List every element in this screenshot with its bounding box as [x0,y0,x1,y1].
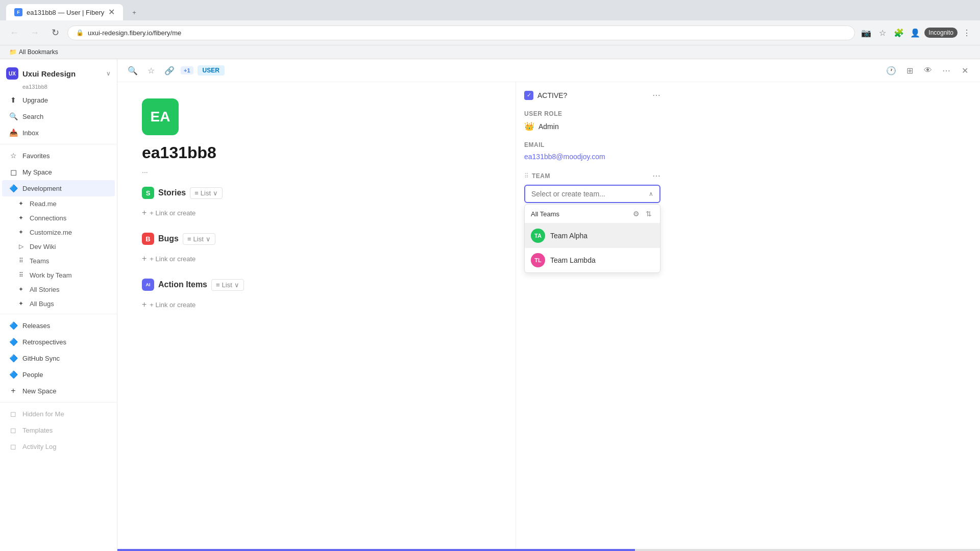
sidebar-item-templates[interactable]: ◻ Templates [2,422,115,438]
connections-icon: ✦ [16,213,26,222]
favorite-button[interactable]: ☆ [144,63,158,78]
role-value-container: 👑 Admin [524,121,660,131]
role-value: Admin [538,122,559,131]
sidebar-sub-all-bugs[interactable]: ✦ All Bugs [2,296,115,311]
menu-button[interactable]: ⋮ [960,26,974,40]
email-label: EMAIL [524,141,545,148]
sidebar-item-upgrade[interactable]: ⬆ Upgrade [2,92,115,108]
sidebar-sub-readme[interactable]: ✦ Read.me [2,196,115,211]
sidebar-label-customize: Customize.me [30,229,72,236]
crown-icon: 👑 [524,121,534,131]
sidebar-item-search[interactable]: 🔍 Search [2,108,115,124]
active-tab[interactable]: F ea131bb8 — User | Fibery ✕ [6,4,123,20]
action-items-list-button[interactable]: ≡ List ∨ [211,279,244,291]
address-bar[interactable]: 🔒 uxui-redesign.fibery.io/fibery/me [67,26,855,40]
team-option-lambda[interactable]: TL Team Lambda [525,248,660,272]
sidebar-item-github-sync[interactable]: 🔷 GitHub Sync [2,350,115,366]
action-items-section-icon: AI [142,279,154,291]
sidebar-item-releases[interactable]: 🔷 Releases [2,317,115,334]
sidebar-label-activity-log: Activity Log [22,443,109,450]
active-checkbox[interactable]: ✓ [524,91,533,100]
app-container: UX Uxui Redesign ∨ ea131bb8 ⬆ Upgrade 🔍 … [0,59,980,551]
stories-link-create[interactable]: + + Link or create [142,205,491,220]
history-button[interactable]: 🕐 [884,63,898,78]
team-dropdown-header: All Teams ⚙ ⇅ [525,205,660,223]
team-dropdown-actions: ⚙ ⇅ [631,209,654,219]
sidebar-item-activity-log[interactable]: ◻ Activity Log [2,438,115,455]
link-count-badge: +1 [181,66,193,74]
customize-icon: ✦ [16,228,26,237]
incognito-badge: Incognito [924,28,958,38]
team-search-input[interactable] [531,190,649,198]
extensions-button[interactable]: 🧩 [892,26,906,40]
team-lambda-avatar: TL [531,253,545,267]
team-field-more-button[interactable]: ⋯ [652,171,660,181]
team-field-header: ⠿ TEAM ⋯ [524,171,660,181]
new-tab-button[interactable]: + [124,5,144,20]
stories-header: S Stories ≡ List ∨ [142,187,491,199]
action-items-list-chevron: ∨ [234,281,239,289]
more-options-button[interactable]: ⋯ [939,63,953,78]
close-tab-button[interactable]: ✕ [108,8,115,16]
sidebar-item-new-space[interactable]: + New Space [2,383,115,399]
sidebar-sub-dev-wiki[interactable]: ▷ Dev Wiki [2,239,115,254]
sidebar-label-all-stories: All Stories [30,286,60,293]
search-doc-button[interactable]: 🔍 [126,63,140,78]
all-bookmarks-folder[interactable]: 📁 All Bookmarks [6,47,61,57]
sidebar-item-favorites[interactable]: ☆ Favorites [2,147,115,164]
sidebar-item-inbox[interactable]: 📥 Inbox [2,124,115,141]
reload-button[interactable]: ↻ [47,24,63,41]
sidebar-item-my-space[interactable]: ◻ My Space [2,164,115,180]
development-icon: 🔷 [8,183,18,193]
sidebar-label-github-sync: GitHub Sync [22,355,109,362]
sidebar-sub-connections[interactable]: ✦ Connections [2,211,115,225]
sidebar-sub-teams[interactable]: ⠿ Teams [2,254,115,268]
sidebar-label-teams: Teams [30,257,49,265]
sidebar-item-retrospectives[interactable]: 🔷 Retrospectives [2,334,115,350]
bookmark-star-button[interactable]: ☆ [875,26,890,40]
toolbar-right: 🕐 ⊞ 👁 ⋯ ✕ [884,63,972,78]
bugs-link-create[interactable]: + + Link or create [142,251,491,266]
bugs-list-button[interactable]: ≡ List ∨ [183,233,215,245]
action-items-list-label: List [222,281,232,289]
action-items-link-create[interactable]: + + Link or create [142,297,491,312]
bugs-list-chevron: ∨ [206,235,211,243]
profile-button[interactable]: 👤 [908,26,922,40]
team-sort-button[interactable]: ⇅ [644,209,654,219]
stories-section-icon: S [142,187,154,199]
doc-more-button[interactable]: ... [142,166,491,174]
view-button[interactable]: 👁 [921,63,935,78]
team-option-alpha[interactable]: TA Team Alpha [525,223,660,248]
workspace-name-container: UX Uxui Redesign [6,67,76,80]
sidebar-sub-work-by-team[interactable]: ⠿ Work by Team [2,268,115,282]
readme-icon: ✦ [16,199,26,208]
forward-button[interactable]: → [27,24,43,41]
link-button[interactable]: 🔗 [162,63,177,78]
workspace-header[interactable]: UX Uxui Redesign ∨ [0,63,117,84]
bugs-section: B Bugs ≡ List ∨ + + Link or create [142,233,491,266]
team-select-input[interactable]: ∧ [524,185,660,203]
active-field-more-button[interactable]: ⋯ [652,90,660,100]
camera-block-icon[interactable]: 📷 [859,26,873,40]
sidebar-sub-customize[interactable]: ✦ Customize.me [2,225,115,239]
column-layout-button[interactable]: ⊞ [902,63,917,78]
sidebar-item-development[interactable]: 🔷 Development [2,180,115,196]
people-icon: 🔷 [8,369,18,380]
bookmark-folder-icon: 📁 [9,48,17,56]
favorites-icon: ☆ [8,151,18,161]
workspace-chevron-icon: ∨ [106,70,111,77]
sidebar-item-people[interactable]: 🔷 People [2,366,115,383]
sidebar-sub-all-stories[interactable]: ✦ All Stories [2,282,115,296]
sidebar-item-hidden[interactable]: ◻ Hidden for Me [2,406,115,422]
team-field: ⠿ TEAM ⋯ ∧ All Teams [524,171,660,203]
all-stories-icon: ✦ [16,285,26,294]
stories-list-button[interactable]: ≡ List ∨ [190,187,223,199]
team-filter-button[interactable]: ⚙ [631,209,642,219]
close-panel-button[interactable]: ✕ [958,63,972,78]
sidebar-label-templates: Templates [22,427,109,434]
user-type-badge: USER [198,65,225,76]
back-button[interactable]: ← [6,24,22,41]
stories-list-label: List [201,189,211,197]
stories-section: S Stories ≡ List ∨ + + Link or create [142,187,491,220]
sidebar-label-inbox: Inbox [22,129,109,137]
